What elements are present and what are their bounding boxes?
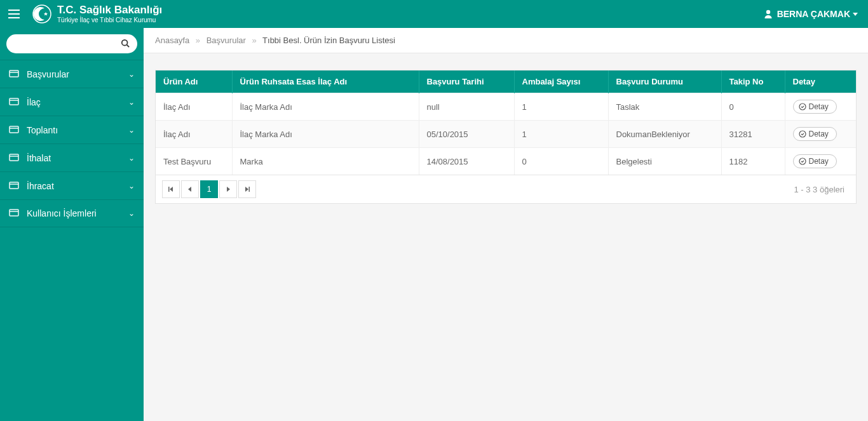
col-durum[interactable]: Başvuru Durumu <box>608 70 721 93</box>
logo-area: T.C. Sağlık Bakanlığı Türkiye İlaç ve Tı… <box>32 4 162 24</box>
chevron-down-icon: ⌄ <box>128 98 135 107</box>
sidebar-item-toplanti[interactable]: Toplantı ⌄ <box>0 116 144 144</box>
sidebar: Başvurular ⌄ İlaç ⌄ Toplantı ⌄ <box>0 28 144 421</box>
svg-marker-23 <box>188 187 191 192</box>
application-table: Ürün Adı Ürün Ruhsata Esas İlaç Adı Başv… <box>156 70 856 175</box>
caret-down-icon <box>853 11 858 17</box>
svg-rect-8 <box>10 98 18 105</box>
sidebar-item-label: Kullanıcı İşlemleri <box>27 208 128 218</box>
svg-point-2 <box>766 10 770 14</box>
breadcrumb: Anasayfa » Başvurular » Tıbbi Besl. Ürün… <box>144 28 868 53</box>
pager-first-button[interactable] <box>162 180 180 198</box>
svg-rect-21 <box>168 187 170 192</box>
sidebar-item-ihracat[interactable]: İhracat ⌄ <box>0 171 144 199</box>
cell-takip: 0 <box>721 93 785 121</box>
cell-urun-adi: Test Başvuru <box>156 148 232 175</box>
svg-rect-10 <box>10 126 18 133</box>
list-icon <box>9 97 20 107</box>
detail-button[interactable]: Detay <box>793 154 837 168</box>
user-name: BERNA ÇAKMAK <box>777 9 850 19</box>
cell-tarih: 05/10/2015 <box>419 121 514 148</box>
pager-next-icon <box>225 186 231 192</box>
breadcrumb-item: Tıbbi Besl. Ürün İzin Başvuru Listesi <box>262 36 395 45</box>
svg-line-5 <box>127 44 130 47</box>
pager-prev-icon <box>187 186 193 192</box>
data-panel: Ürün Adı Ürün Ruhsata Esas İlaç Adı Başv… <box>155 70 857 204</box>
pager-last-icon <box>244 186 250 192</box>
svg-rect-6 <box>10 70 18 77</box>
content-area: Anasayfa » Başvurular » Tıbbi Besl. Ürün… <box>144 28 868 421</box>
col-urun-adi[interactable]: Ürün Adı <box>156 70 232 93</box>
user-menu-button[interactable]: BERNA ÇAKMAK <box>763 9 868 19</box>
cell-urun-adi: İlaç Adı <box>156 93 232 121</box>
ministry-logo-icon <box>32 4 52 24</box>
pager-first-icon <box>168 186 174 192</box>
pager-info: 1 - 3 3 öğeleri <box>794 185 850 194</box>
chevron-down-icon: ⌄ <box>128 209 135 218</box>
sidebar-item-ithalat[interactable]: İthalat ⌄ <box>0 144 144 171</box>
col-esas-ilac[interactable]: Ürün Ruhsata Esas İlaç Adı <box>232 70 419 93</box>
cell-tarih: null <box>419 93 514 121</box>
pager: 1 1 - 3 3 öğeleri <box>156 175 856 203</box>
cell-esas-ilac: İlaç Marka Adı <box>232 121 419 148</box>
menu-toggle-button[interactable] <box>0 0 28 28</box>
svg-marker-1 <box>44 12 48 16</box>
cell-urun-adi: İlaç Adı <box>156 121 232 148</box>
pager-prev-button[interactable] <box>181 180 199 198</box>
sidebar-item-ilac[interactable]: İlaç ⌄ <box>0 88 144 116</box>
breadcrumb-item[interactable]: Başvurular <box>207 36 246 45</box>
chevron-down-icon: ⌄ <box>128 70 135 79</box>
cell-durum: Belgelesti <box>608 148 721 175</box>
breadcrumb-item[interactable]: Anasayfa <box>155 36 189 45</box>
col-ambalaj[interactable]: Ambalaj Sayısı <box>514 70 608 93</box>
sidebar-item-label: İlaç <box>27 97 128 107</box>
list-icon <box>9 181 20 191</box>
svg-marker-24 <box>227 187 230 192</box>
user-icon <box>763 9 773 19</box>
search-input[interactable] <box>14 39 121 49</box>
pager-next-button[interactable] <box>219 180 237 198</box>
table-row: İlaç Adı İlaç Marka Adı null 1 Taslak 0 … <box>156 93 856 121</box>
pager-last-button[interactable] <box>238 180 256 198</box>
detail-icon <box>799 103 806 110</box>
svg-rect-16 <box>10 210 18 216</box>
svg-point-18 <box>799 104 806 110</box>
sidebar-item-kullanici[interactable]: Kullanıcı İşlemleri ⌄ <box>0 199 144 227</box>
sidebar-item-label: İhracat <box>27 181 128 191</box>
sidebar-item-basvurular[interactable]: Başvurular ⌄ <box>0 60 144 88</box>
svg-rect-14 <box>10 182 18 189</box>
svg-point-19 <box>799 131 806 137</box>
pager-page-button[interactable]: 1 <box>200 180 218 198</box>
svg-point-20 <box>799 158 806 164</box>
svg-rect-12 <box>10 154 18 161</box>
list-icon <box>9 125 20 135</box>
table-row: İlaç Adı İlaç Marka Adı 05/10/2015 1 Dok… <box>156 121 856 148</box>
hamburger-icon <box>8 10 20 18</box>
search-icon <box>121 39 130 50</box>
svg-point-4 <box>122 39 128 45</box>
cell-esas-ilac: İlaç Marka Adı <box>232 93 419 121</box>
table-row: Test Başvuru Marka 14/08/2015 0 Belgeles… <box>156 148 856 175</box>
breadcrumb-sep-icon: » <box>196 36 200 45</box>
svg-marker-3 <box>853 13 858 16</box>
sidebar-item-label: Toplantı <box>27 125 128 135</box>
app-header: T.C. Sağlık Bakanlığı Türkiye İlaç ve Tı… <box>0 0 868 28</box>
sidebar-item-label: İthalat <box>27 153 128 163</box>
cell-takip: 31281 <box>721 121 785 148</box>
col-tarih[interactable]: Başvuru Tarihi <box>419 70 514 93</box>
list-icon <box>9 153 20 163</box>
cell-tarih: 14/08/2015 <box>419 148 514 175</box>
sidebar-item-label: Başvurular <box>27 69 128 79</box>
detail-button[interactable]: Detay <box>793 127 837 141</box>
org-subtitle: Türkiye İlaç ve Tıbbi Cihaz Kurumu <box>57 17 162 23</box>
cell-ambalaj: 0 <box>514 148 608 175</box>
chevron-down-icon: ⌄ <box>128 126 135 135</box>
detail-button[interactable]: Detay <box>793 100 837 114</box>
list-icon <box>9 69 20 79</box>
org-title: T.C. Sağlık Bakanlığı <box>57 4 162 17</box>
cell-durum: Taslak <box>608 93 721 121</box>
col-takip[interactable]: Takip No <box>721 70 785 93</box>
col-detay: Detay <box>785 70 856 93</box>
cell-esas-ilac: Marka <box>232 148 419 175</box>
sidebar-search[interactable] <box>6 34 137 53</box>
